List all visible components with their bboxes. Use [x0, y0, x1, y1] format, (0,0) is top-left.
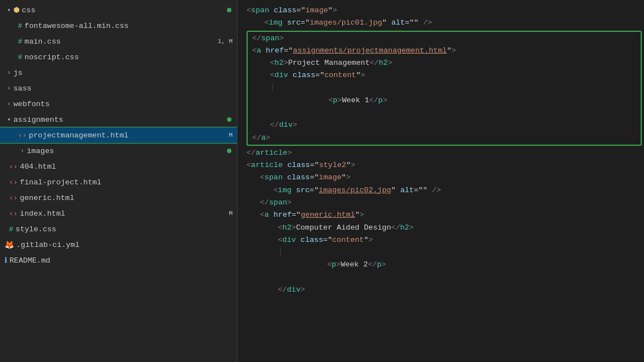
sidebar-item-sass[interactable]: › sass	[0, 80, 237, 96]
css-icon: #	[18, 53, 22, 61]
code-tag: span	[269, 197, 287, 209]
sidebar-item-images[interactable]: › images	[0, 143, 237, 159]
code-bracket: >	[361, 69, 365, 82]
sidebar-item-readme[interactable]: ℹ README.md	[0, 253, 237, 268]
code-str: image	[305, 4, 328, 17]
code-text	[296, 234, 300, 246]
code-bracket: />	[432, 184, 441, 197]
html-icon: ‹›	[9, 163, 18, 171]
code-text	[269, 4, 274, 17]
code-text: Week 2	[341, 260, 368, 269]
code-tag: article	[251, 159, 283, 172]
sidebar-item-projectmanagement[interactable]: ‹› projectmanagement.html M	[0, 127, 237, 143]
code-attr: href	[266, 45, 283, 57]
code-line: <span class="image">	[247, 172, 644, 184]
code-editor: <span class="image"> <img src="images/pi…	[238, 0, 644, 362]
sidebar-item-webfonts[interactable]: › webfonts	[0, 96, 237, 112]
code-str-underline: assignments/projectmanagement.html	[293, 45, 447, 57]
sidebar-item-label: style.css	[16, 225, 237, 234]
code-punct: "	[355, 209, 359, 221]
code-attr: href	[273, 209, 291, 221]
code-punct: "	[356, 69, 361, 82]
code-bracket: >	[338, 96, 342, 104]
code-str-underline: images/pic02.jpg	[319, 184, 391, 197]
code-tag: div	[279, 119, 292, 131]
code-line: <h2>Computer Aided Design</h2>	[247, 222, 644, 234]
sidebar-item-css[interactable]: ▾ ⬢ css	[0, 2, 237, 18]
code-line: </article>	[247, 147, 644, 159]
code-str: content	[324, 69, 356, 82]
code-punct: ="	[310, 159, 319, 172]
sidebar-item-404[interactable]: ‹› 404.html	[0, 159, 237, 174]
code-tag: h2	[274, 57, 283, 69]
code-bracket: >	[301, 284, 305, 296]
highlight-block: </span> <a href="assignments/projectmana…	[247, 31, 642, 146]
code-tag: h2	[378, 57, 387, 69]
code-bracket: </	[368, 260, 377, 269]
sidebar-item-label: fontawesome-all.min.css	[25, 22, 237, 30]
code-bracket: >	[266, 132, 270, 144]
sidebar-item-label: css	[22, 6, 227, 15]
code-tag: p	[333, 96, 338, 104]
chevron-right-icon: ›	[18, 146, 27, 155]
code-bracket: <	[270, 57, 274, 69]
code-text	[288, 69, 292, 82]
code-tag: h2	[282, 222, 291, 234]
sidebar-item-gitlabci[interactable]: 🦊 .gitlab-ci.yml	[0, 237, 237, 253]
code-bracket: </	[270, 119, 279, 131]
code-punct: ="	[323, 234, 332, 246]
sidebar-item-stylecss[interactable]: # style.css	[0, 221, 237, 237]
chevron-down-icon: ▾	[4, 6, 13, 15]
sidebar-item-label: final-project.html	[20, 178, 237, 187]
info-icon: ℹ	[4, 256, 7, 265]
code-line: <span class="image">	[247, 4, 644, 17]
code-bracket: >	[359, 209, 364, 221]
code-text	[261, 45, 266, 57]
code-bracket: >	[346, 172, 351, 184]
code-punct: ="	[315, 69, 324, 82]
sidebar-item-generic[interactable]: ‹› generic.html	[0, 190, 237, 206]
code-bracket: <	[260, 172, 264, 184]
badge-label: M	[229, 210, 233, 217]
sidebar-item-label: sass	[13, 84, 237, 93]
code-tag: img	[269, 17, 282, 29]
code-bracket: <	[247, 4, 251, 17]
sidebar-item-label: images	[27, 147, 227, 155]
code-line: <div class="content">	[248, 69, 641, 82]
code-text	[396, 184, 400, 197]
code-line: </a>	[248, 132, 641, 144]
code-str-underline: generic.html	[301, 209, 355, 221]
sidebar-item-assignments[interactable]: ▾ assignments	[0, 112, 237, 127]
code-line: | <p>Week 1</p>	[248, 82, 641, 120]
sidebar-item-js[interactable]: › js	[0, 65, 237, 80]
code-bracket: <	[278, 234, 282, 246]
sidebar-item-label: README.md	[10, 256, 237, 265]
sidebar-item-index[interactable]: ‹› index.html M	[0, 206, 237, 221]
code-tag: img	[278, 184, 291, 197]
code-bracket: >	[388, 57, 392, 69]
code-tag: a	[261, 132, 266, 144]
code-text	[269, 209, 273, 221]
code-attr: alt	[391, 17, 405, 29]
code-bracket: >	[336, 260, 340, 269]
sidebar-item-finalproject[interactable]: ‹› final-project.html	[0, 174, 237, 190]
sidebar-item-label: webfonts	[13, 100, 237, 108]
code-attr: class	[274, 4, 297, 17]
code-bracket: <	[264, 17, 269, 29]
code-punct: ="	[292, 209, 301, 221]
code-bracket: <	[328, 96, 333, 104]
code-bracket: >	[381, 260, 386, 269]
code-bracket: >	[283, 57, 288, 69]
sidebar-item-noscript[interactable]: # noscript.css	[0, 49, 237, 65]
code-punct: =""	[414, 184, 427, 197]
code-line: </div>	[247, 284, 644, 296]
css-icon: #	[9, 225, 13, 234]
sidebar-item-maincss[interactable]: # main.css 1, M	[0, 34, 237, 49]
code-tag: h2	[400, 222, 409, 234]
badge-label: M	[229, 132, 233, 139]
sidebar-item-fontawesome[interactable]: # fontawesome-all.min.css	[0, 18, 237, 34]
code-bracket: >	[293, 119, 297, 131]
code-punct: "	[391, 184, 396, 197]
chevron-right-icon: ›	[4, 84, 13, 93]
folder-icon: ⬢	[13, 6, 20, 15]
